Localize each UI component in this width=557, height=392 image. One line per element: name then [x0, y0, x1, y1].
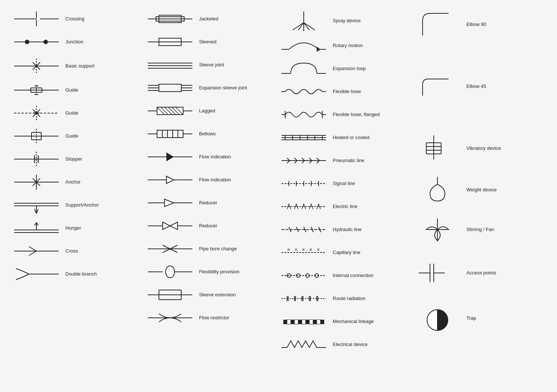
symbol-lagged	[144, 103, 196, 118]
column-1: Crossing Junction	[7, 7, 141, 356]
row-sleeve-joint: Sleeve joint	[141, 53, 275, 76]
svg-text:×: ×	[317, 247, 320, 253]
svg-rect-179	[320, 320, 324, 324]
label-flexible-hose: Flexible hose	[330, 89, 405, 95]
label-expansion-loop: Expansion loop	[330, 66, 405, 72]
symbol-reducer1	[144, 195, 196, 210]
label-weight-device: Weight device	[463, 187, 539, 193]
label-guide2: Guide	[62, 110, 138, 116]
row-cross: Cross	[7, 240, 141, 263]
svg-line-110	[304, 23, 315, 30]
symbol-flow-indication2	[144, 172, 196, 187]
svg-line-106	[293, 23, 304, 30]
svg-text:×: ×	[302, 247, 305, 253]
row-electrical-device: Electrical device	[275, 333, 408, 356]
row-flexibility: Flexibility provision	[141, 260, 275, 283]
row-stirring-fan: Stirring / Fan	[408, 214, 542, 245]
label-sleeve-joint: Sleeve joint	[196, 62, 272, 68]
label-internal-connection: Internal connection	[330, 273, 405, 279]
svg-rect-177	[313, 320, 317, 324]
svg-rect-83	[178, 130, 183, 138]
row-guide3: Guide	[7, 125, 141, 148]
symbol-anchor	[10, 173, 62, 191]
row-signal-line: Signal line	[275, 172, 408, 195]
label-flow-restrictor: Flow restrictor	[196, 315, 272, 321]
symbol-elbow45	[411, 73, 463, 99]
svg-rect-60	[159, 84, 181, 92]
svg-rect-80	[162, 130, 167, 138]
symbol-expansion-loop	[278, 59, 330, 78]
symbol-weight-device	[411, 175, 463, 205]
row-access-points: Access points	[408, 256, 542, 290]
symbol-flexibility	[144, 264, 196, 279]
symbol-spray-device	[278, 10, 330, 32]
row-pipe-bore: Pipe bore change	[141, 237, 275, 260]
symbol-cross	[10, 244, 62, 258]
row-route-radiation: Route radiation	[275, 287, 408, 310]
svg-rect-82	[173, 130, 178, 138]
row-flow-indication1: Flow indication	[141, 145, 275, 168]
svg-marker-113	[317, 47, 320, 52]
svg-point-6	[25, 40, 29, 44]
symbol-heated-cooled	[278, 130, 330, 145]
label-guide3: Guide	[62, 133, 138, 139]
svg-point-97	[166, 266, 175, 278]
symbol-pneumatic-line	[278, 155, 330, 166]
column-3: Spray device Rotary motion	[275, 7, 408, 356]
label-double-branch: Double branch	[62, 271, 138, 277]
row-anchor: Anchor	[7, 171, 141, 194]
label-hydraulic-line: Hydraulic line	[330, 227, 405, 233]
label-spray-device: Spray device	[330, 18, 405, 24]
svg-line-107	[298, 23, 304, 30]
symbol-basic-support	[10, 56, 62, 76]
label-crossing: Crossing	[62, 16, 138, 22]
label-elbow45: Elbow 45	[463, 83, 539, 90]
label-reducer2: Reducer	[196, 223, 272, 229]
symbol-flexible-hose-flanged	[278, 105, 330, 124]
label-trap: Trap	[463, 315, 539, 322]
label-hunger: Hunger	[62, 225, 138, 231]
svg-rect-79	[157, 130, 162, 138]
symbol-stopper	[10, 150, 62, 168]
label-mechanical-linkage: Mechanical linkage	[330, 319, 405, 325]
label-anchor: Anchor	[62, 179, 138, 185]
symbol-flexible-hose	[278, 84, 330, 99]
row-electric-line: Electric line	[275, 195, 408, 218]
svg-rect-174	[302, 320, 306, 324]
label-signal-line: Signal line	[330, 181, 405, 187]
svg-marker-85	[166, 152, 174, 161]
label-cross: Cross	[62, 248, 138, 254]
row-crossing: Crossing	[7, 7, 141, 30]
label-support-anchor: Support/Anchor	[62, 202, 138, 208]
symbol-flow-restrictor	[144, 309, 196, 327]
label-flexibility: Flexibility provision	[196, 269, 272, 275]
symbol-hunger	[10, 219, 62, 237]
label-pipe-bore: Pipe bore change	[196, 246, 272, 252]
row-guide2: Guide	[7, 102, 141, 125]
row-elbow90: Elbow 90	[408, 7, 542, 42]
label-heated-cooled: Heated or cooled	[330, 135, 405, 141]
label-route-radiation: Route radiation	[330, 296, 405, 302]
row-sleeved: Sleeved	[141, 30, 275, 53]
label-jacketed: Jacketed	[196, 16, 272, 22]
svg-rect-172	[294, 320, 298, 324]
symbol-crossing	[10, 11, 62, 26]
row-flexible-hose-flanged: Flexible hose, flanged	[275, 103, 408, 126]
label-reducer1: Reducer	[196, 200, 272, 206]
symbol-mechanical-linkage	[278, 316, 330, 327]
svg-rect-169	[283, 320, 287, 324]
row-hydraulic-line: Hydraulic line	[275, 218, 408, 241]
row-internal-connection: Internal connection	[275, 264, 408, 287]
row-support-anchor: Support/Anchor	[7, 194, 141, 217]
row-double-branch: Double branch	[7, 263, 141, 286]
symbol-guide2	[10, 104, 62, 122]
row-pneumatic-line: Pneumatic line	[275, 149, 408, 172]
label-rotary-motion: Rotary motion	[330, 43, 405, 49]
symbol-vibratory-device	[411, 134, 463, 163]
row-capillary-line: × × × × × Capillary line	[275, 241, 408, 264]
column-2: Jacketed Sleeved Sleeve joint	[141, 7, 275, 356]
row-expansion-sleeve: Expansion sleeve joint	[141, 76, 275, 99]
svg-rect-175	[306, 320, 309, 324]
row-guide1: Guide	[7, 79, 141, 102]
symbol-guide1	[10, 83, 62, 98]
